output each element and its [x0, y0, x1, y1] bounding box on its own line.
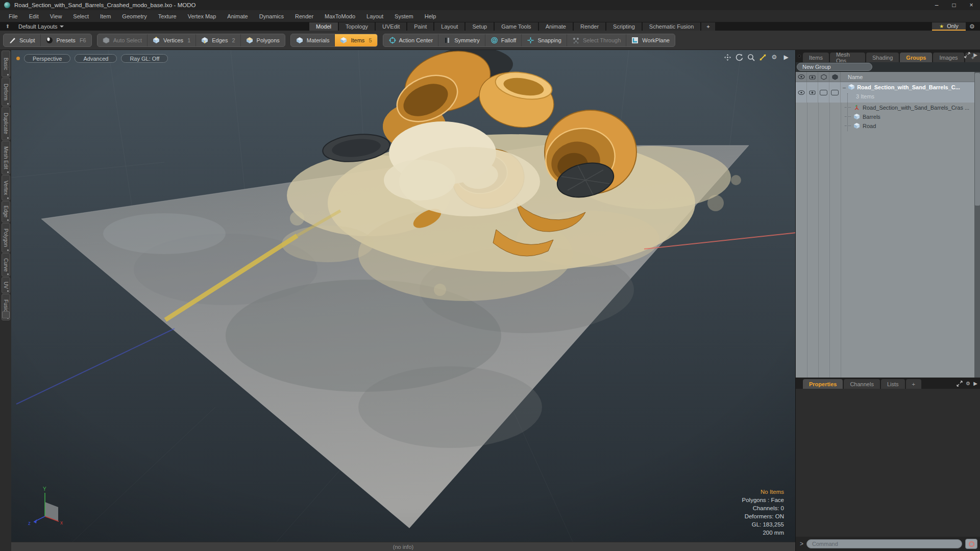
tab-groups[interactable]: Groups — [900, 53, 932, 62]
palette-icon[interactable] — [2, 311, 10, 318]
new-group-button[interactable]: New Group — [797, 63, 872, 71]
tool-tab-basic[interactable]: Basic — [2, 51, 10, 77]
only-filter-button[interactable]: ★ Only — [932, 22, 966, 31]
command-input[interactable] — [806, 539, 962, 548]
maximize-button[interactable]: □ — [945, 0, 963, 10]
layout-gear-icon[interactable]: ⚙ — [969, 23, 975, 30]
group-tree[interactable]: Name – Road_Section_with_Sand_Barrels_C.… — [796, 72, 974, 378]
layout-tab-scripting[interactable]: Scripting — [606, 22, 642, 31]
panel-menu-arrow-icon[interactable]: ▶ — [973, 52, 977, 59]
group-expander[interactable]: – — [843, 84, 846, 90]
menu-dynamics[interactable]: Dynamics — [254, 10, 289, 22]
layout-tab-render[interactable]: Render — [574, 22, 605, 31]
shading-advanced-button[interactable]: Advanced — [75, 54, 117, 63]
layout-tab-game-tools[interactable]: Game Tools — [495, 22, 538, 31]
tree-row-group[interactable]: – Road_Section_with_Sand_Barrels_C... 3 … — [796, 82, 974, 103]
viewport-gear-icon[interactable]: ⚙ — [770, 53, 778, 61]
tab-mesh-ops[interactable]: Mesh Ops — [830, 53, 865, 62]
viewport-menu-arrow-icon[interactable]: ▶ — [782, 53, 790, 61]
tree-row-child-road[interactable]: Road — [845, 122, 876, 129]
symmetry-button[interactable]: Symmetry — [438, 34, 485, 46]
dock-collapse-icon[interactable]: ⬆ — [4, 23, 11, 30]
default-layouts-dropdown[interactable]: Default Layouts — [18, 23, 64, 30]
minimize-button[interactable]: – — [928, 0, 945, 10]
presets-button[interactable]: Presets F6 — [41, 34, 91, 46]
tool-tab-uv[interactable]: UV — [2, 277, 10, 293]
workplane-button[interactable]: WorkPlane — [626, 34, 675, 46]
menu-view[interactable]: View — [44, 10, 68, 22]
command-record-button[interactable] — [965, 539, 977, 549]
panel-expand-icon[interactable] — [957, 381, 963, 388]
tab-props-add[interactable]: + — [906, 379, 921, 389]
tab-properties[interactable]: Properties — [803, 379, 843, 389]
tree-row-child-barrels[interactable]: Barrels — [845, 113, 880, 120]
layout-tab-setup[interactable]: Setup — [465, 22, 494, 31]
layout-tab-topology[interactable]: Topology — [339, 22, 375, 31]
tree-row-child-mesh[interactable]: Road_Section_with_Sand_Barrels_Cras ... — [845, 104, 969, 111]
scrollbar-thumb[interactable] — [975, 73, 980, 206]
auto-select-button[interactable]: Auto Select — [97, 34, 148, 46]
panel-expand-icon[interactable] — [964, 52, 970, 59]
render-toggle-icon[interactable] — [807, 72, 818, 82]
tab-lists[interactable]: Lists — [881, 379, 905, 389]
falloff-button[interactable]: Falloff — [485, 34, 522, 46]
orbit-icon[interactable] — [735, 53, 743, 61]
menu-layout[interactable]: Layout — [361, 10, 389, 22]
layout-tab-paint[interactable]: Paint — [407, 22, 433, 31]
cube-outline-icon[interactable] — [818, 72, 829, 82]
panel-menu-arrow-icon[interactable]: ▶ — [973, 381, 977, 388]
layout-tab-add[interactable]: + — [701, 22, 715, 31]
menu-help[interactable]: Help — [419, 10, 442, 22]
layout-tab-uvedit[interactable]: UVEdit — [376, 22, 406, 31]
layout-tab-animate[interactable]: Animate — [539, 22, 573, 31]
perspective-button[interactable]: Perspective — [24, 54, 70, 63]
materials-mode-button[interactable]: Materials — [291, 34, 335, 46]
menu-maxtomodo[interactable]: MaxToModo — [319, 10, 361, 22]
select-through-button[interactable]: Select Through — [567, 34, 626, 46]
menu-vertex-map[interactable]: Vertex Map — [182, 10, 222, 22]
snapping-button[interactable]: Snapping — [522, 34, 567, 46]
pan-icon[interactable] — [723, 53, 731, 61]
tab-items[interactable]: Items — [803, 53, 829, 62]
layout-tab-schematic-fusion[interactable]: Schematic Fusion — [643, 22, 700, 31]
menu-geometry[interactable]: Geometry — [116, 10, 152, 22]
tool-tab-duplicate[interactable]: Duplicate — [2, 107, 10, 140]
tree-scrollbar[interactable] — [974, 72, 980, 378]
row-checkbox-1[interactable] — [818, 82, 829, 103]
maximize-viewport-icon[interactable] — [758, 53, 767, 61]
edges-mode-button[interactable]: Edges 2 — [196, 34, 240, 46]
tool-tab-vertex[interactable]: Vertex — [2, 175, 10, 201]
menu-system[interactable]: System — [389, 10, 419, 22]
panel-dot-icon[interactable] — [798, 55, 801, 58]
row-checkbox-2[interactable] — [829, 82, 841, 103]
menu-animate[interactable]: Animate — [222, 10, 253, 22]
row-render-icon[interactable] — [807, 82, 818, 103]
tab-channels[interactable]: Channels — [844, 379, 879, 389]
polygons-mode-button[interactable]: Polygons — [241, 34, 285, 46]
menu-select[interactable]: Select — [67, 10, 94, 22]
panel-gear-icon[interactable]: ⚙ — [966, 381, 970, 388]
tool-tab-edge[interactable]: Edge — [2, 201, 10, 222]
tool-tab-mesh-edit[interactable]: Mesh Edit — [2, 141, 10, 174]
menu-file[interactable]: File — [3, 10, 23, 22]
cube-solid-icon[interactable] — [829, 72, 841, 82]
menu-texture[interactable]: Texture — [153, 10, 182, 22]
eye-icon[interactable] — [796, 72, 807, 82]
menu-item[interactable]: Item — [94, 10, 116, 22]
tab-shading[interactable]: Shading — [866, 53, 899, 62]
row-eye-icon[interactable] — [796, 82, 807, 103]
layout-tab-model[interactable]: Model — [309, 22, 338, 31]
tool-tab-polygon[interactable]: Polygon — [2, 223, 10, 253]
layout-tab-layout[interactable]: Layout — [434, 22, 464, 31]
items-mode-button[interactable]: Items 5 — [335, 34, 377, 46]
tab-images[interactable]: Images — [933, 53, 964, 62]
sculpt-button[interactable]: Sculpt — [4, 34, 41, 46]
viewport-3d[interactable]: Y x z Perspective Advanced Ray GL: Off ⚙… — [11, 50, 795, 542]
vertices-mode-button[interactable]: Vertices 1 — [148, 34, 196, 46]
tool-tab-curve[interactable]: Curve — [2, 253, 10, 277]
close-button[interactable]: × — [963, 0, 980, 10]
raygl-button[interactable]: Ray GL: Off — [121, 54, 168, 63]
tool-tab-deform[interactable]: Deform — [2, 78, 10, 106]
action-center-button[interactable]: Action Center — [383, 34, 439, 46]
zoom-icon[interactable] — [747, 53, 755, 61]
